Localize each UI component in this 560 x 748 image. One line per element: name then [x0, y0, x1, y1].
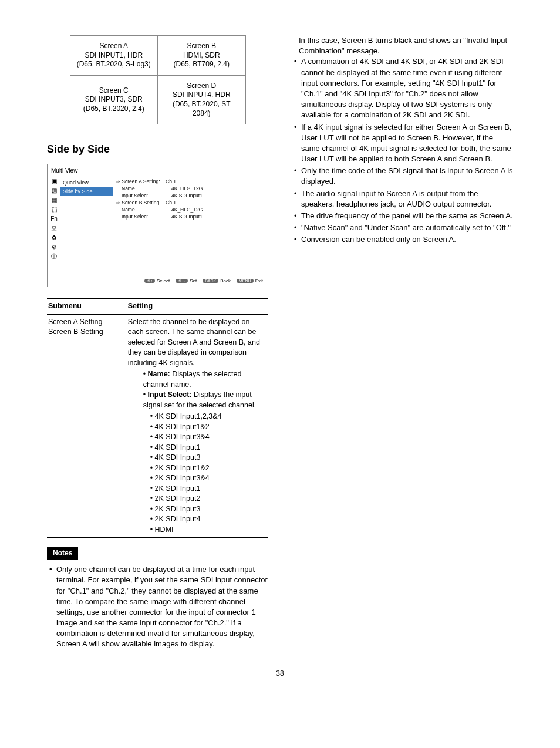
- screen-b-input-label: Input Select: [116, 214, 171, 221]
- quad-d-title: Screen D: [163, 82, 241, 91]
- ui-footer: ⟲↕Select ⟲→Set BACKBack MENUExit: [48, 275, 268, 287]
- screen-b-input-value: 4K SDI Input1: [171, 214, 265, 221]
- network-icon: 모: [51, 225, 57, 231]
- quad-c-title: Screen C: [75, 86, 153, 96]
- note-right-6: "Native Scan" and "Under Scan" are autom…: [294, 223, 513, 233]
- opt-1: 4K SDI Input1,2,3&4: [150, 412, 267, 422]
- screen-a-input-label: Input Select: [116, 193, 171, 200]
- screen-b-name-value: 4K_HLG_12G: [171, 207, 265, 214]
- quad-c-line1: SDI INPUT3, SDR: [85, 95, 143, 103]
- notes-right-block: In this case, Screen B turns black and s…: [292, 35, 513, 245]
- note-right-2: If a 4K input signal is selected for eit…: [294, 122, 513, 165]
- screen-a-setting-value: Ch.1: [166, 178, 265, 186]
- fn-icon: Fn: [50, 216, 58, 222]
- ui-menu-list: Quad View Side by Side: [60, 177, 113, 275]
- quad-cell-a: Screen A SDI INPUT1, HDR (D65, BT.2020, …: [70, 36, 158, 76]
- note-right-intro: In this case, Screen B turns black and s…: [292, 35, 513, 56]
- opt-11: 2K SDI Input4: [150, 514, 267, 525]
- info-icon: ⓘ: [51, 254, 57, 260]
- quad-a-title: Screen A: [75, 42, 153, 51]
- back-badge-icon: BACK: [203, 279, 218, 283]
- ui-settings-panel: ⇨ Screen A Setting:Ch.1 Name4K_HLG_12G I…: [113, 177, 268, 275]
- col-submenu: Submenu: [47, 298, 127, 314]
- quad-cell-c: Screen C SDI INPUT3, SDR (D65, BT.2020, …: [70, 75, 158, 124]
- image-icon: ▧: [52, 188, 57, 194]
- menu-screenshot: Multi View ▣ ▧ ▦ ⬚ Fn 모 ✿ ⊘ ⓘ Quad View …: [47, 164, 268, 287]
- set-label: Set: [190, 278, 197, 284]
- setting-cell: Select the channel to be displayed on ea…: [127, 314, 268, 538]
- opt-8: 2K SDI Input1: [150, 484, 267, 494]
- screen-b-name-label: Name: [116, 207, 171, 214]
- select-badge-icon: ⟲↕: [144, 279, 155, 283]
- quad-b-title: Screen B: [163, 42, 241, 51]
- setting-intro: Select the channel to be displayed on ea…: [128, 318, 260, 367]
- screen-b-setting-label: ⇨ Screen B Setting:: [116, 200, 166, 207]
- quad-cell-d: Screen D SDI INPUT4, HDR (D65, BT.2020, …: [158, 75, 246, 124]
- col-setting: Setting: [127, 298, 268, 314]
- gear-icon: ✿: [52, 235, 56, 241]
- grid-icon: ▦: [52, 197, 57, 203]
- opt-4: 4K SDI Input1: [150, 443, 267, 453]
- set-badge-icon: ⟲→: [176, 279, 188, 283]
- submenu-line1: Screen A Setting: [48, 318, 102, 326]
- notes-badge: Notes: [47, 547, 78, 560]
- menu-item-quad-view: Quad View: [60, 178, 113, 187]
- opt-3: 4K SDI Input3&4: [150, 432, 267, 443]
- notes-list-left: Only one channel can be displayed at a t…: [49, 564, 268, 650]
- screen-a-name-label: Name: [116, 186, 171, 193]
- settings-table: Submenu Setting Screen A Setting Screen …: [47, 298, 268, 538]
- note-right-3: Only the time code of the SDI signal tha…: [294, 166, 513, 187]
- note-left-1: Only one channel can be displayed at a t…: [49, 564, 268, 650]
- quad-view-diagram: Screen A SDI INPUT1, HDR (D65, BT.2020, …: [70, 35, 246, 124]
- opt-12: HDMI: [150, 525, 267, 535]
- block-icon: ⊘: [52, 244, 56, 250]
- screen-a-name-value: 4K_HLG_12G: [171, 186, 265, 193]
- opt-10: 2K SDI Input3: [150, 504, 267, 515]
- quad-cell-b: Screen B HDMI, SDR (D65, BT709, 2.4): [158, 36, 246, 76]
- note-right-1: A combination of 4K SDI and 4K SDI, or 4…: [294, 56, 513, 120]
- quad-d-line2: (D65, BT.2020, ST 2084): [173, 100, 231, 117]
- page-number: 38: [47, 669, 513, 679]
- name-label: Name:: [148, 370, 170, 378]
- opt-9: 2K SDI Input2: [150, 494, 267, 504]
- quad-b-line1: HDMI, SDR: [183, 51, 220, 59]
- select-label: Select: [157, 278, 170, 284]
- input-icon: ⬚: [52, 207, 57, 213]
- quad-d-line1: SDI INPUT4, HDR: [173, 90, 231, 99]
- screen-b-setting-value: Ch.1: [166, 200, 265, 207]
- quad-b-line2: (D65, BT709, 2.4): [174, 60, 230, 68]
- back-label: Back: [220, 278, 231, 284]
- ui-title: Multi View: [48, 164, 268, 177]
- section-heading: Side by Side: [47, 142, 268, 157]
- screen-a-input-value: 4K SDI Input1: [171, 193, 265, 200]
- opt-7: 2K SDI Input3&4: [150, 473, 267, 484]
- note-right-4: The audio signal input to Screen A is ou…: [294, 188, 513, 210]
- input-select-bullet: Input Select: Displays the input signal …: [143, 390, 267, 535]
- opt-6: 2K SDI Input1&2: [150, 463, 267, 474]
- opt-5: 4K SDI Input3: [150, 453, 267, 463]
- submenu-line2: Screen B Setting: [48, 328, 103, 336]
- quad-a-line1: SDI INPUT1, HDR: [85, 51, 143, 59]
- menu-item-side-by-side: Side by Side: [60, 187, 113, 196]
- screen-a-setting-label: ⇨ Screen A Setting:: [116, 178, 166, 186]
- quad-a-line2: (D65, BT.2020, S-Log3): [77, 60, 151, 68]
- quad-c-line2: (D65, BT.2020, 2.4): [83, 105, 144, 113]
- adjust-icon: ▣: [52, 178, 57, 184]
- ui-icon-column: ▣ ▧ ▦ ⬚ Fn 모 ✿ ⊘ ⓘ: [48, 177, 60, 275]
- menu-badge-icon: MENU: [237, 279, 254, 283]
- input-select-label: Input Select:: [148, 390, 192, 399]
- exit-label: Exit: [255, 278, 263, 284]
- opt-2: 4K SDI Input1&2: [150, 422, 267, 433]
- submenu-cell: Screen A Setting Screen B Setting: [47, 314, 127, 538]
- note-right-5: The drive frequency of the panel will be…: [294, 211, 513, 221]
- name-bullet: Name: Displays the selected channel name…: [143, 369, 267, 390]
- note-right-7: Conversion can be enabled only on Screen…: [294, 234, 513, 245]
